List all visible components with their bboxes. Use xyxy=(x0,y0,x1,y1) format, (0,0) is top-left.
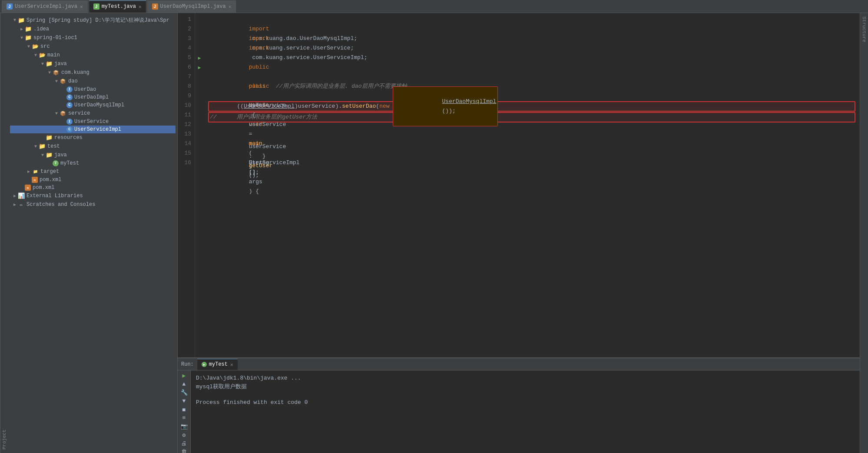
sidebar-item-dao[interactable]: ▼ 📦 dao xyxy=(10,77,176,86)
src-icon: 📂 xyxy=(32,43,39,50)
run-play-button[interactable]: ▶ xyxy=(179,372,189,379)
sidebar-item-spring01[interactable]: ▼ 📁 spring-01-ioc1 xyxy=(10,33,176,42)
run-settings-button[interactable]: ⚙ xyxy=(179,432,189,439)
tab-close-3[interactable]: ✕ xyxy=(229,4,232,10)
sidebar-item-mytest[interactable]: T myTest xyxy=(10,159,176,167)
sidebar-item-spring[interactable]: ▼ 📁 Spring [Spring study] D:\学习笔记\狂神说Jav… xyxy=(10,16,176,25)
run-tab-label: myTest xyxy=(209,361,228,367)
run-down-button[interactable]: ▼ xyxy=(179,398,189,404)
folder-icon: 📁 xyxy=(18,17,25,24)
sidebar-item-java-main[interactable]: ▼ 📁 java xyxy=(10,60,176,68)
target-label: target xyxy=(40,169,59,175)
tab-mytest[interactable]: J myTest.java ✕ xyxy=(89,0,146,13)
ln-2: 2 xyxy=(178,24,191,34)
ln-3: 3 xyxy=(178,34,191,43)
scratches-icon: ✏️ xyxy=(18,201,25,208)
sidebar-item-pom2[interactable]: m pom.xml xyxy=(10,184,176,192)
expand-arrow-service: ▼ xyxy=(53,111,60,116)
sidebar-item-extlibs[interactable]: ▶ 📊 External Libraries xyxy=(10,192,176,200)
run-wrench-button[interactable]: 🔧 xyxy=(179,389,189,396)
package-icon-dao: 📦 xyxy=(60,78,66,85)
run-stop-button[interactable]: ◼ xyxy=(179,406,189,413)
expand-arrow-target: ▶ xyxy=(26,169,32,174)
run-table-button[interactable]: ≡ xyxy=(179,415,189,421)
ln-15: 15 xyxy=(178,149,191,158)
java-icon-userdaoimpl: C xyxy=(66,94,73,100)
run-icon: ▶ xyxy=(202,362,207,367)
code-line-11: // 用户调用业务层的getUser方法 xyxy=(208,112,855,122)
expand-arrow-extlibs: ▶ xyxy=(12,193,18,198)
code-line-6: public static void main ( String [] args… xyxy=(208,63,855,72)
run-tab-close[interactable]: ✕ xyxy=(230,362,233,367)
code-line-9 xyxy=(208,91,855,101)
code-line-7: //用户实际调用的是业务层. dao层用户不需要接触 xyxy=(208,72,855,82)
run-tab-bar: Run: ▶ myTest ✕ xyxy=(178,358,860,370)
sidebar-item-target[interactable]: ▶ 📁 target xyxy=(10,167,176,176)
sidebar-item-userdaoimpl[interactable]: C UserDaoImpl xyxy=(10,93,176,101)
code-line-2: import com.kuang.service.UserService; xyxy=(208,24,855,34)
gutter-16 xyxy=(195,158,204,168)
sidebar-item-scratches[interactable]: ▶ ✏️ Scratches and Consoles xyxy=(10,200,176,209)
expand-arrow: ▼ xyxy=(12,18,18,23)
run-camera-button[interactable]: 📷 xyxy=(179,423,189,430)
java-main-label: java xyxy=(54,61,67,67)
run-panel: Run: ▶ myTest ✕ ▶ ▲ 🔧 ▼ ◼ ≡ 📷 ⚙ 🖨 xyxy=(178,357,860,453)
sidebar-label: Spring [Spring study] D:\学习笔记\狂神说Java\Sp… xyxy=(27,17,169,24)
tab-userserviceimpl[interactable]: J UserServiceImpl.java ✕ xyxy=(2,0,88,13)
java-icon-userservice: I xyxy=(66,119,73,125)
gutter-14 xyxy=(195,139,204,149)
expand-arrow-spring01: ▼ xyxy=(19,36,25,40)
scratches-label: Scratches and Consoles xyxy=(27,202,95,208)
run-print-button[interactable]: 🖨 xyxy=(179,440,189,447)
gutter: ▶ ▶ xyxy=(195,13,204,357)
gutter-5[interactable]: ▶ xyxy=(195,53,204,63)
sidebar-item-src[interactable]: ▼ 📂 src xyxy=(10,42,176,51)
code-line-16 xyxy=(208,161,855,171)
ln-10: 10 xyxy=(178,101,191,110)
gutter-6[interactable]: ▶ xyxy=(195,63,204,72)
tab-icon-test: J xyxy=(93,3,99,10)
run-output-spacer xyxy=(196,391,855,398)
code-line-15: } xyxy=(208,152,855,161)
project-panel-label[interactable]: Project xyxy=(0,13,8,453)
sidebar-item-userserviceimpl[interactable]: C UserServiceImpl xyxy=(10,126,176,133)
tab-userdaomysqlimpl[interactable]: J UserDaoMysqlImpl.java ✕ xyxy=(147,0,236,13)
tab-label-3: UserDaoMysqlImpl.java xyxy=(160,3,226,10)
sidebar-item-main[interactable]: ▼ 📂 main xyxy=(10,51,176,60)
main-icon: 📂 xyxy=(39,52,46,59)
sidebar-item-java-test[interactable]: ▼ 📁 java xyxy=(10,151,176,159)
gutter-2 xyxy=(195,24,204,34)
sidebar-item-service[interactable]: ▼ 📦 service xyxy=(10,109,176,118)
gutter-9 xyxy=(195,91,204,101)
run-cmd-line: D:\Java\jdk1.8\bin\java.exe ... xyxy=(196,374,855,383)
structure-panel-label[interactable]: Structure xyxy=(860,13,868,453)
sidebar-item-userdao[interactable]: I UserDao xyxy=(10,86,176,93)
sidebar-item-comkuang[interactable]: ▼ 📦 com.kuang xyxy=(10,68,176,77)
spring01-label: spring-01-ioc1 xyxy=(33,35,77,41)
ln-4: 4 xyxy=(178,43,191,53)
sidebar-item-resources[interactable]: 📁 resources xyxy=(10,133,176,142)
sidebar-item-test[interactable]: ▼ 📁 test xyxy=(10,142,176,151)
tab-close-2[interactable]: ✕ xyxy=(139,4,142,10)
resources-label: resources xyxy=(54,135,83,141)
userserviceimpl-label: UserServiceImpl xyxy=(74,126,121,132)
folder-icon-test: 📁 xyxy=(39,143,46,150)
run-trash-button[interactable]: 🗑 xyxy=(179,449,189,453)
run-up-button[interactable]: ▲ xyxy=(179,381,189,387)
folder-icon-java: 📁 xyxy=(46,60,53,67)
code-lines[interactable]: import com.kuang.dao.UserDaoMysqlImpl; i… xyxy=(204,13,860,357)
sidebar-item-pom1[interactable]: m pom.xml xyxy=(10,176,176,184)
folder-icon-resources: 📁 xyxy=(46,134,53,141)
run-output-line3: Process finished with exit code 0 xyxy=(196,398,855,407)
expand-arrow-test: ▼ xyxy=(33,144,39,149)
folder-icon-java-test: 📁 xyxy=(46,152,53,159)
sidebar-item-idea[interactable]: ▶ 📁 .idea xyxy=(10,25,176,33)
tab-close-1[interactable]: ✕ xyxy=(80,4,83,10)
sidebar-item-userservice[interactable]: I UserService xyxy=(10,118,176,126)
ln-13: 13 xyxy=(178,129,191,139)
gutter-8 xyxy=(195,82,204,91)
ln-8: 8 xyxy=(178,82,191,91)
main-area: Project ▼ 📁 Spring [Spring study] D:\学习笔… xyxy=(0,13,868,453)
sidebar-item-userdaomysqlimpl[interactable]: C UserDaoMysqlImpl xyxy=(10,101,176,109)
run-tab-mytest[interactable]: ▶ myTest ✕ xyxy=(197,359,238,370)
